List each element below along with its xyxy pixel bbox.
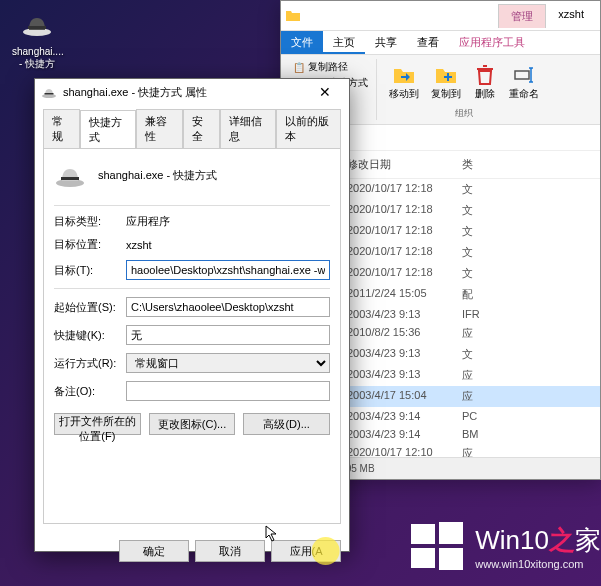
svg-rect-4 [45, 93, 54, 95]
tab-panel: shanghai.exe - 快捷方式 目标类型: 应用程序 目标位置: xzs… [43, 148, 341, 524]
file-date: 2003/4/23 9:14 [341, 427, 456, 441]
hotkey-label: 快捷键(K): [54, 328, 126, 343]
watermark-zhi: 之 [549, 525, 575, 555]
file-date: 2010/8/2 15:36 [341, 325, 456, 342]
file-date: 2003/4/23 9:13 [341, 367, 456, 384]
target-label: 目标(T): [54, 263, 126, 278]
target-loc-value: xzsht [126, 239, 330, 251]
file-type: 应 [456, 388, 496, 405]
explorer-filename: xzsht [546, 4, 596, 28]
tab-general[interactable]: 常规 [43, 109, 80, 148]
startin-input[interactable] [126, 297, 330, 317]
file-date: 2020/10/17 12:18 [341, 181, 456, 198]
target-type-value: 应用程序 [126, 214, 330, 229]
ribbon-tab-file[interactable]: 文件 [281, 31, 323, 54]
ribbon-tabs: 文件 主页 共享 查看 应用程序工具 [281, 31, 600, 55]
tab-previous[interactable]: 以前的版本 [276, 109, 342, 148]
fedora-icon [21, 8, 53, 40]
dialog-title: shanghai.exe - 快捷方式 属性 [63, 85, 207, 100]
ribbon-copy-to[interactable]: 复制到 [425, 59, 467, 105]
ribbon-move-to[interactable]: 移动到 [383, 59, 425, 105]
explorer-context-tab[interactable]: 管理 [498, 4, 546, 28]
file-type: PC [456, 409, 496, 423]
watermark-jia: 家 [575, 525, 601, 555]
file-type: 文 [456, 265, 496, 282]
tab-compat[interactable]: 兼容性 [136, 109, 183, 148]
windows-logo-icon [407, 516, 467, 576]
apply-button[interactable]: 应用(A [271, 540, 341, 562]
dialog-buttons: 确定 取消 应用(A [35, 532, 349, 570]
fedora-icon [54, 159, 86, 191]
svg-rect-1 [28, 26, 46, 29]
svg-rect-7 [411, 524, 435, 544]
file-date: 2020/10/17 12:18 [341, 265, 456, 282]
desktop-shortcut-sub: - 快捷方 [12, 57, 62, 71]
tab-details[interactable]: 详细信息 [220, 109, 276, 148]
file-date: 2020/10/17 12:18 [341, 223, 456, 240]
ok-button[interactable]: 确定 [119, 540, 189, 562]
comment-input[interactable] [126, 381, 330, 401]
explorer-titlebar: 管理 xzsht [281, 1, 600, 31]
svg-rect-8 [439, 522, 463, 544]
file-type: IFR [456, 307, 496, 321]
hotkey-input[interactable] [126, 325, 330, 345]
separator [54, 205, 330, 206]
ribbon-tab-home[interactable]: 主页 [323, 31, 365, 54]
target-type-label: 目标类型: [54, 214, 126, 229]
svg-rect-6 [61, 177, 79, 180]
tab-shortcut[interactable]: 快捷方式 [80, 110, 136, 149]
file-type: 文 [456, 181, 496, 198]
ribbon-copy-path[interactable]: 📋复制路径 [291, 59, 370, 75]
file-date: 2003/4/23 9:13 [341, 346, 456, 363]
tab-strip: 常规 快捷方式 兼容性 安全 详细信息 以前的版本 [43, 109, 341, 148]
col-date[interactable]: 修改日期 [341, 155, 456, 174]
file-type: 文 [456, 346, 496, 363]
target-input[interactable] [126, 260, 330, 280]
desktop-shortcut-label: shanghai.... [12, 46, 62, 57]
ribbon-rename[interactable]: 重命名 [503, 59, 545, 105]
file-type: BM [456, 427, 496, 441]
watermark-url: www.win10xitong.com [475, 558, 601, 570]
dialog-titlebar: shanghai.exe - 快捷方式 属性 ✕ [35, 79, 349, 105]
file-date: 2020/10/17 12:18 [341, 244, 456, 261]
ribbon-tab-view[interactable]: 查看 [407, 31, 449, 54]
startin-label: 起始位置(S): [54, 300, 126, 315]
file-date: 2003/4/23 9:13 [341, 307, 456, 321]
file-type: 应 [456, 325, 496, 342]
desktop-shortcut[interactable]: shanghai.... - 快捷方 [12, 8, 62, 71]
file-date: 2020/10/17 12:18 [341, 202, 456, 219]
target-loc-label: 目标位置: [54, 237, 126, 252]
file-type: 应 [456, 367, 496, 384]
run-select[interactable]: 常规窗口 [126, 353, 330, 373]
file-type: 文 [456, 223, 496, 240]
file-date: 2003/4/17 15:04 [341, 388, 456, 405]
svg-rect-2 [515, 71, 529, 79]
ribbon-tab-share[interactable]: 共享 [365, 31, 407, 54]
svg-rect-9 [411, 548, 435, 568]
fedora-icon [41, 84, 57, 100]
open-location-button[interactable]: 打开文件所在的位置(F) [54, 413, 141, 435]
file-type: 文 [456, 244, 496, 261]
advanced-button[interactable]: 高级(D)... [243, 413, 330, 435]
watermark: Win10之家 www.win10xitong.com [407, 516, 601, 576]
col-type[interactable]: 类 [456, 155, 496, 174]
watermark-brand: Win10 [475, 525, 549, 555]
properties-dialog: shanghai.exe - 快捷方式 属性 ✕ 常规 快捷方式 兼容性 安全 … [34, 78, 350, 552]
run-label: 运行方式(R): [54, 356, 126, 371]
change-icon-button[interactable]: 更改图标(C)... [149, 413, 236, 435]
svg-rect-10 [439, 548, 463, 570]
ribbon-delete[interactable]: 删除 [467, 59, 503, 105]
comment-label: 备注(O): [54, 384, 126, 399]
ribbon-group-organize: 组织 [383, 107, 545, 120]
file-date: 2003/4/23 9:14 [341, 409, 456, 423]
file-date: 2011/2/24 15:05 [341, 286, 456, 303]
ribbon-tab-apptools[interactable]: 应用程序工具 [449, 31, 535, 54]
shortcut-name: shanghai.exe - 快捷方式 [98, 168, 217, 183]
file-type: 文 [456, 202, 496, 219]
close-button[interactable]: ✕ [307, 81, 343, 103]
cancel-button[interactable]: 取消 [195, 540, 265, 562]
tab-security[interactable]: 安全 [183, 109, 220, 148]
file-type: 配 [456, 286, 496, 303]
separator [54, 288, 330, 289]
folder-icon [285, 8, 301, 24]
